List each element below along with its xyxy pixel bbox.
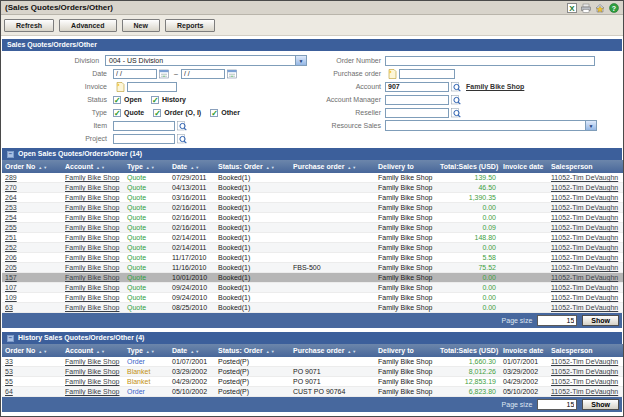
sort-icons[interactable]: ▲▼ (190, 349, 200, 354)
order-link[interactable]: 206 (5, 254, 17, 261)
table-row[interactable]: 109 Family Bike Shop Quote 09/24/2010 Bo… (2, 293, 624, 303)
table-row[interactable]: 33 Family Bike Shop Order 01/07/2001 Pos… (2, 357, 624, 367)
column-header[interactable]: Invoice date (500, 160, 548, 173)
document-icon[interactable] (115, 82, 125, 92)
order-link[interactable]: 64 (5, 388, 13, 395)
search-icon[interactable] (177, 134, 187, 144)
checkbox-icon[interactable]: ✓ (210, 109, 218, 117)
calendar-icon[interactable] (227, 69, 237, 79)
table-row[interactable]: 206 Family Bike Shop Quote 11/17/2010 Bo… (2, 253, 624, 263)
column-header[interactable]: Account▲▼ (62, 160, 124, 173)
salesperson-link[interactable]: 11052-Tim DeVaughn (551, 294, 618, 301)
table-row[interactable]: 107 Family Bike Shop Quote 09/24/2010 Bo… (2, 283, 624, 293)
column-header[interactable]: Total:Sales (USD) (437, 344, 500, 357)
column-header[interactable]: Status: Order▲▼ (215, 344, 290, 357)
order-link[interactable]: 255 (5, 224, 17, 231)
purchase-order-input[interactable] (399, 69, 455, 79)
column-header[interactable]: Account▲▼ (62, 344, 124, 357)
account-link[interactable]: Family Bike Shop (65, 358, 119, 365)
table-row[interactable]: 55 Family Bike Shop Blanket 04/29/2002 P… (2, 377, 624, 387)
order-link[interactable]: 63 (5, 304, 13, 311)
salesperson-link[interactable]: 11052-Tim DeVaughn (551, 358, 618, 365)
salesperson-link[interactable]: 11052-Tim DeVaughn (551, 388, 618, 395)
order-link[interactable]: 53 (5, 368, 13, 375)
table-row[interactable]: 264 Family Bike Shop Quote 03/16/2011 Bo… (2, 193, 624, 203)
collapse-icon[interactable]: − (7, 335, 14, 342)
sort-icons[interactable]: ▲▼ (146, 165, 156, 170)
salesperson-link[interactable]: 11052-Tim DeVaughn (551, 214, 618, 221)
sort-icons[interactable]: ▲▼ (96, 165, 106, 170)
account-link[interactable]: Family Bike Shop (65, 304, 119, 311)
order-link[interactable]: 157 (5, 274, 17, 281)
account-link[interactable]: Family Bike Shop (65, 294, 119, 301)
account-manager-input[interactable] (385, 95, 449, 105)
account-link[interactable]: Family Bike Shop (65, 234, 119, 241)
table-row[interactable]: 157 Family Bike Shop Quote 10/01/2010 Bo… (2, 273, 624, 283)
search-icon[interactable] (451, 108, 461, 118)
search-icon[interactable] (451, 95, 461, 105)
show-button[interactable]: Show (582, 399, 619, 410)
table-row[interactable]: 270 Family Bike Shop Quote 04/13/2011 Bo… (2, 183, 624, 193)
sort-icons[interactable]: ▲▼ (96, 349, 106, 354)
column-header[interactable]: Type▲▼ (124, 160, 169, 173)
column-header[interactable]: Order No▲▼ (2, 160, 62, 173)
sort-icons[interactable]: ▲▼ (38, 165, 48, 170)
invoice-input[interactable] (127, 82, 177, 92)
account-link[interactable]: Family Bike Shop (65, 244, 119, 251)
account-link[interactable]: Family Bike Shop (65, 214, 119, 221)
page-size-input[interactable] (537, 399, 577, 410)
order-link[interactable]: 252 (5, 244, 17, 251)
toolbar-button[interactable]: Reports (165, 19, 215, 32)
table-row[interactable]: 64 Family Bike Shop Order 05/10/2002 Pos… (2, 387, 624, 397)
account-link[interactable]: Family Bike Shop (65, 224, 119, 231)
table-row[interactable]: 252 Family Bike Shop Quote 02/14/2011 Bo… (2, 243, 624, 253)
table-row[interactable]: 253 Family Bike Shop Quote 02/16/2011 Bo… (2, 203, 624, 213)
order-link[interactable]: 107 (5, 284, 17, 291)
salesperson-link[interactable]: 11052-Tim DeVaughn (551, 368, 618, 375)
column-header[interactable]: Date▲▼ (169, 160, 215, 173)
table-row[interactable]: 53 Family Bike Shop Blanket 03/29/2002 P… (2, 367, 624, 377)
salesperson-link[interactable]: 11052-Tim DeVaughn (551, 194, 618, 201)
salesperson-link[interactable]: 11052-Tim DeVaughn (551, 254, 618, 261)
calendar-icon[interactable] (159, 69, 169, 79)
toolbar-button[interactable]: Refresh (4, 19, 54, 32)
salesperson-link[interactable]: 11052-Tim DeVaughn (551, 304, 618, 311)
sort-icons[interactable]: ▲▼ (266, 349, 276, 354)
account-link[interactable]: Family Bike Shop (65, 194, 119, 201)
resource-sales-select[interactable]: ▼ (385, 120, 597, 131)
sort-icons[interactable]: ▲▼ (190, 165, 200, 170)
checkbox-icon[interactable]: ✓ (113, 96, 121, 104)
search-icon[interactable] (177, 121, 187, 131)
account-link[interactable]: Family Bike Shop (65, 388, 119, 395)
column-header[interactable]: Purchase order▲▼ (290, 160, 375, 173)
account-link[interactable]: Family Bike Shop (65, 264, 119, 271)
sort-icons[interactable]: ▲▼ (266, 165, 276, 170)
date-to-input[interactable] (181, 69, 225, 79)
account-input[interactable] (385, 82, 449, 92)
column-header[interactable]: Status: Order▲▼ (215, 160, 290, 173)
account-link[interactable]: Family Bike Shop (65, 184, 119, 191)
checkbox-icon[interactable]: ✓ (113, 109, 121, 117)
salesperson-link[interactable]: 11052-Tim DeVaughn (551, 264, 618, 271)
salesperson-link[interactable]: 11052-Tim DeVaughn (551, 284, 618, 291)
date-from-input[interactable] (113, 69, 157, 79)
salesperson-link[interactable]: 11052-Tim DeVaughn (551, 244, 618, 251)
account-link[interactable]: Family Bike Shop (466, 83, 524, 90)
salesperson-link[interactable]: 11052-Tim DeVaughn (551, 204, 618, 211)
account-link[interactable]: Family Bike Shop (65, 378, 119, 385)
account-link[interactable]: Family Bike Shop (65, 204, 119, 211)
sort-icons[interactable]: ▲▼ (38, 349, 48, 354)
item-input[interactable] (113, 121, 175, 131)
favorite-icon[interactable] (595, 3, 605, 13)
column-header[interactable]: Total:Sales (USD) (437, 160, 500, 173)
account-link[interactable]: Family Bike Shop (65, 254, 119, 261)
salesperson-link[interactable]: 11052-Tim DeVaughn (551, 184, 618, 191)
excel-export-icon[interactable]: X (567, 3, 577, 13)
checkbox-icon[interactable]: ✓ (153, 109, 161, 117)
project-input[interactable] (113, 134, 175, 144)
sort-icons[interactable]: ▲▼ (347, 349, 357, 354)
column-header[interactable]: Delivery to (375, 160, 437, 173)
order-number-input[interactable] (385, 56, 595, 66)
division-select[interactable]: 004 - US Division ▼ (105, 55, 307, 66)
table-row[interactable]: 289 Family Bike Shop Quote 07/29/2011 Bo… (2, 173, 624, 183)
